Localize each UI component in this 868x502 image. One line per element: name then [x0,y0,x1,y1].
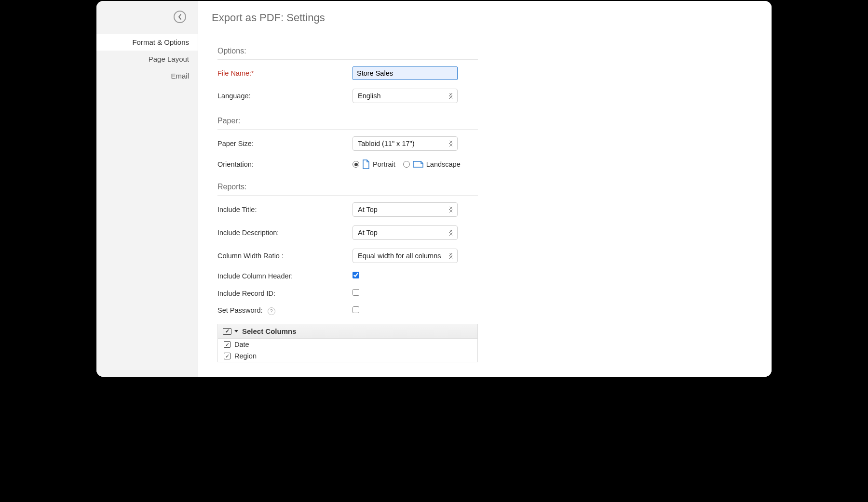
file-name-label: File Name:* [217,69,353,77]
checkbox-icon[interactable] [224,341,231,348]
include-recid-checkbox[interactable] [353,289,359,296]
col-width-label: Column Width Ratio : [217,252,353,260]
row-include-header: Include Column Header: [217,272,478,280]
include-desc-select[interactable]: At Top [353,225,458,240]
radio-icon [403,161,410,168]
row-set-password: Set Password: ? [217,306,478,315]
section-reports: Reports: Include Title: At Top Include D… [217,178,478,362]
include-desc-label: Include Description: [217,229,353,237]
sidebar: Format & Options Page Layout Email [96,1,198,377]
select-all-checkbox-icon[interactable] [223,328,231,335]
page-title: Export as PDF: Settings [198,1,772,33]
set-password-label: Set Password: ? [217,306,353,315]
help-icon[interactable]: ? [268,307,275,315]
chevron-left-icon [177,13,182,20]
row-include-recid: Include Record ID: [217,289,478,298]
checkbox-icon[interactable] [224,353,231,359]
section-paper: Paper: Paper Size: Tabloid (11" x 17") O… [217,112,478,169]
file-name-input[interactable] [353,66,458,80]
row-language: Language: English [217,89,478,103]
row-paper-size: Paper Size: Tabloid (11" x 17") [217,136,478,151]
col-width-select[interactable]: Equal width for all columns [353,249,458,263]
column-label: Region [234,352,257,360]
language-label: Language: [217,92,353,100]
content-scroll[interactable]: Options: File Name:* Language: Englis [198,33,772,377]
set-password-checkbox[interactable] [353,306,359,313]
row-orientation: Orientation: Portrait [217,159,478,169]
sidebar-item-page-layout[interactable]: Page Layout [96,51,198,67]
select-columns-box: Select Columns Date Region [217,324,478,362]
column-item[interactable]: Date [218,339,477,350]
column-item[interactable]: Region [218,350,477,362]
include-header-checkbox[interactable] [353,272,359,278]
portrait-page-icon [362,159,370,169]
section-options: Options: File Name:* Language: Englis [217,42,478,103]
caret-down-icon [234,330,238,332]
sidebar-item-email[interactable]: Email [96,67,198,84]
row-col-width: Column Width Ratio : Equal width for all… [217,249,478,263]
paper-size-label: Paper Size: [217,140,353,147]
orientation-portrait[interactable]: Portrait [353,159,395,169]
paper-size-select[interactable]: Tabloid (11" x 17") [353,136,458,151]
portrait-label: Portrait [373,160,395,168]
landscape-page-icon [413,160,423,168]
section-options-title: Options: [217,42,478,60]
section-reports-title: Reports: [217,178,478,196]
column-label: Date [234,341,249,348]
export-settings-window: Format & Options Page Layout Email Expor… [96,1,772,377]
radio-icon [353,161,359,168]
select-columns-header[interactable]: Select Columns [218,324,477,339]
language-select[interactable]: English [353,89,458,103]
include-recid-label: Include Record ID: [217,290,353,297]
include-title-label: Include Title: [217,206,353,213]
sidebar-item-format-options[interactable]: Format & Options [96,34,198,51]
include-title-select[interactable]: At Top [353,202,458,217]
row-include-title: Include Title: At Top [217,202,478,217]
orientation-landscape[interactable]: Landscape [403,160,461,168]
orientation-label: Orientation: [217,160,353,168]
row-include-desc: Include Description: At Top [217,225,478,240]
select-columns-label: Select Columns [242,327,297,335]
section-paper-title: Paper: [217,112,478,130]
include-header-label: Include Column Header: [217,272,353,280]
back-button[interactable] [174,11,186,23]
main-panel: Export as PDF: Settings Options: File Na… [198,1,772,377]
row-file-name: File Name:* [217,66,478,80]
landscape-label: Landscape [426,160,461,168]
